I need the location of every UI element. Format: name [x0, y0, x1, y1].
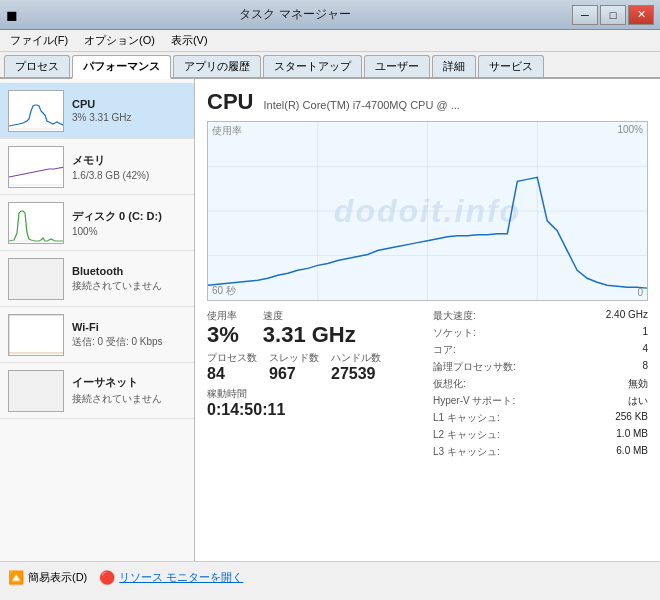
stats-left-col: 使用率 3% 速度 3.31 GHz プロセス数 84	[207, 309, 422, 462]
processes-label: プロセス数	[207, 351, 257, 365]
uptime-stat: 稼動時間 0:14:50:11	[207, 387, 422, 419]
sidebar-item-wifi[interactable]: Wi-Fi 送信: 0 受信: 0 Kbps	[0, 307, 194, 363]
wifi-thumb	[8, 314, 64, 356]
right-panel: CPU Intel(R) Core(TM) i7-4700MQ CPU @ ..…	[195, 79, 660, 561]
wifi-sub: 送信: 0 受信: 0 Kbps	[72, 335, 186, 349]
window-controls: ─ □ ✕	[572, 5, 654, 25]
sidebar-item-ethernet[interactable]: イーサネット 接続されていません	[0, 363, 194, 419]
utilization-label: 使用率	[207, 309, 239, 323]
menu-view[interactable]: 表示(V)	[165, 31, 214, 50]
memory-sub: 1.6/3.8 GB (42%)	[72, 170, 186, 181]
speed-stat: 速度 3.31 GHz	[263, 309, 356, 347]
sidebar-item-cpu[interactable]: CPU 3% 3.31 GHz	[0, 83, 194, 139]
app-icon: ◼	[6, 7, 18, 23]
right-stat-row: コア:4	[433, 343, 648, 357]
right-stat-value: 1.0 MB	[588, 428, 648, 442]
right-stat-row: ソケット:1	[433, 326, 648, 340]
processes-value: 84	[207, 365, 257, 383]
right-stat-label: L3 キャッシュ:	[433, 445, 500, 459]
right-stat-value: はい	[588, 394, 648, 408]
minimize-button[interactable]: ─	[572, 5, 598, 25]
cpu-thumb	[8, 90, 64, 132]
disk-sub: 100%	[72, 226, 186, 237]
speed-label: 速度	[263, 309, 356, 323]
ethernet-thumb	[8, 370, 64, 412]
title-bar: ◼ タスク マネージャー ─ □ ✕	[0, 0, 660, 30]
tab-performance[interactable]: パフォーマンス	[72, 55, 171, 79]
tab-process[interactable]: プロセス	[4, 55, 70, 77]
memory-info: メモリ 1.6/3.8 GB (42%)	[72, 153, 186, 181]
cpu-title: CPU	[72, 98, 186, 110]
right-stat-label: 仮想化:	[433, 377, 466, 391]
right-stat-label: 論理プロセッサ数:	[433, 360, 516, 374]
memory-title: メモリ	[72, 153, 186, 168]
ethernet-title: イーサネット	[72, 375, 186, 390]
chart-label-bottom-left: 60 秒	[212, 284, 236, 298]
right-stat-label: 最大速度:	[433, 309, 476, 323]
tab-users[interactable]: ユーザー	[364, 55, 430, 77]
bluetooth-info: Bluetooth 接続されていません	[72, 265, 186, 293]
cpu-info: CPU 3% 3.31 GHz	[72, 98, 186, 123]
resource-monitor-link[interactable]: リソース モニターを開く	[119, 570, 243, 585]
disk-thumb	[8, 202, 64, 244]
panel-subtitle: Intel(R) Core(TM) i7-4700MQ CPU @ ...	[263, 99, 459, 111]
resource-monitor-button[interactable]: 🔴 リソース モニターを開く	[99, 570, 243, 585]
disk-info: ディスク 0 (C: D:) 100%	[72, 209, 186, 237]
svg-rect-2	[9, 147, 64, 188]
right-stat-value: 無効	[588, 377, 648, 391]
sidebar-item-bluetooth[interactable]: Bluetooth 接続されていません	[0, 251, 194, 307]
tab-details[interactable]: 詳細	[432, 55, 476, 77]
sidebar: CPU 3% 3.31 GHz メモリ 1.6/3.8 GB (42%)	[0, 79, 195, 561]
right-stat-row: L1 キャッシュ:256 KB	[433, 411, 648, 425]
bluetooth-title: Bluetooth	[72, 265, 186, 277]
ethernet-info: イーサネット 接続されていません	[72, 375, 186, 406]
bluetooth-sub: 接続されていません	[72, 279, 186, 293]
tab-startup[interactable]: スタートアップ	[263, 55, 362, 77]
menu-options[interactable]: オプション(O)	[78, 31, 161, 50]
utilization-value: 3%	[207, 323, 239, 347]
sidebar-item-disk[interactable]: ディスク 0 (C: D:) 100%	[0, 195, 194, 251]
cpu-chart: 使用率 100% dodoit.info 60 秒 0	[207, 121, 648, 301]
svg-rect-4	[9, 203, 64, 244]
main-content: CPU 3% 3.31 GHz メモリ 1.6/3.8 GB (42%)	[0, 79, 660, 561]
ethernet-sub: 接続されていません	[72, 392, 186, 406]
bottom-bar: 🔼 簡易表示(D) 🔴 リソース モニターを開く	[0, 561, 660, 593]
wifi-title: Wi-Fi	[72, 321, 186, 333]
wifi-info: Wi-Fi 送信: 0 受信: 0 Kbps	[72, 321, 186, 349]
memory-thumb	[8, 146, 64, 188]
cpu-sub: 3% 3.31 GHz	[72, 112, 186, 123]
right-stat-row: Hyper-V サポート:はい	[433, 394, 648, 408]
right-stat-label: L1 キャッシュ:	[433, 411, 500, 425]
right-stat-value: 4	[588, 343, 648, 357]
right-stat-row: 仮想化:無効	[433, 377, 648, 391]
menu-file[interactable]: ファイル(F)	[4, 31, 74, 50]
panel-title: CPU Intel(R) Core(TM) i7-4700MQ CPU @ ..…	[207, 89, 648, 115]
close-button[interactable]: ✕	[628, 5, 654, 25]
stats-section: 使用率 3% 速度 3.31 GHz プロセス数 84	[207, 309, 648, 462]
monitor-icon: 🔴	[99, 570, 115, 585]
threads-value: 967	[269, 365, 319, 383]
sidebar-item-memory[interactable]: メモリ 1.6/3.8 GB (42%)	[0, 139, 194, 195]
chart-label-bottom-right: 0	[637, 287, 643, 298]
handles-label: ハンドル数	[331, 351, 381, 365]
disk-title: ディスク 0 (C: D:)	[72, 209, 186, 224]
simple-view-label: 簡易表示(D)	[28, 570, 87, 585]
right-stat-value: 8	[588, 360, 648, 374]
uptime-label: 稼動時間	[207, 387, 422, 401]
right-stat-value: 2.40 GHz	[588, 309, 648, 323]
simple-view-button[interactable]: 🔼 簡易表示(D)	[8, 570, 87, 585]
bluetooth-thumb	[8, 258, 64, 300]
tab-services[interactable]: サービス	[478, 55, 544, 77]
right-stat-label: Hyper-V サポート:	[433, 394, 515, 408]
right-stat-row: L3 キャッシュ:6.0 MB	[433, 445, 648, 459]
menu-bar: ファイル(F) オプション(O) 表示(V)	[0, 30, 660, 52]
maximize-button[interactable]: □	[600, 5, 626, 25]
stats-right-col: 最大速度:2.40 GHzソケット:1コア:4論理プロセッサ数:8仮想化:無効H…	[422, 309, 648, 462]
up-arrow-icon: 🔼	[8, 570, 24, 585]
window-title: タスク マネージャー	[18, 6, 572, 23]
handles-stat: ハンドル数 27539	[331, 351, 381, 383]
right-stat-row: 論理プロセッサ数:8	[433, 360, 648, 374]
processes-stat: プロセス数 84	[207, 351, 257, 383]
svg-rect-7	[9, 315, 64, 356]
tab-apphistory[interactable]: アプリの履歴	[173, 55, 261, 77]
